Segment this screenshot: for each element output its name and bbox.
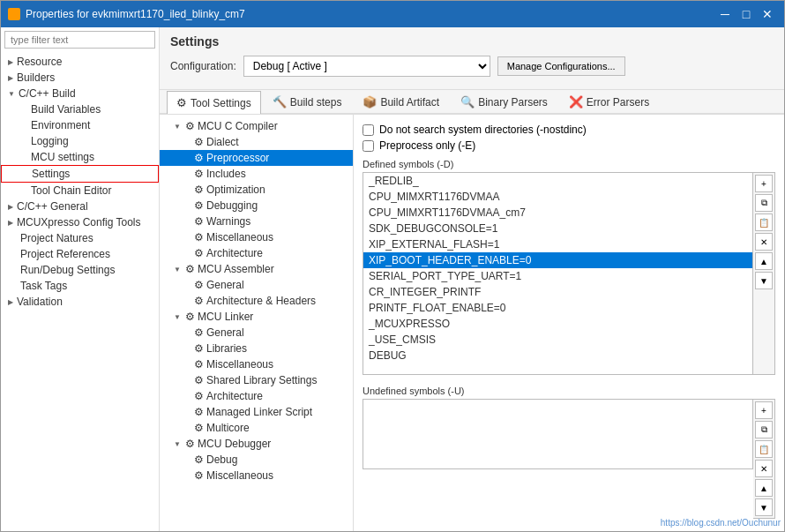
nav-item-label: Settings: [32, 168, 70, 180]
tree-item-debug[interactable]: ⚙Debug: [160, 452, 353, 468]
tree-item-optimization[interactable]: ⚙Optimization: [160, 182, 353, 198]
defined-symbol-item[interactable]: _MCUXPRESSO: [363, 316, 752, 332]
tree-item-asm-arch[interactable]: ⚙Architecture & Headers: [160, 293, 353, 309]
tree-item-debugging[interactable]: ⚙Debugging: [160, 198, 353, 214]
nav-item-label: Logging: [31, 135, 69, 147]
defined-symbol-item[interactable]: _USE_CMSIS: [363, 332, 752, 348]
sidebar-item-settings[interactable]: Settings: [1, 165, 159, 183]
sidebar-item-project-references[interactable]: Project References: [1, 246, 159, 262]
defined-symbol-item[interactable]: XIP_BOOT_HEADER_ENABLE=0: [363, 252, 752, 268]
nostdinc-label: Do not search system directories (-nostd…: [379, 124, 587, 136]
tree-item-dialect[interactable]: ⚙Dialect: [160, 134, 353, 150]
copy-undefined-symbol-button[interactable]: ⧉: [755, 421, 773, 438]
minimize-button[interactable]: ─: [715, 4, 735, 24]
sidebar-item-cpp-build[interactable]: ▼C/C++ Build: [1, 86, 159, 101]
movedown-defined-symbol-button[interactable]: ▼: [755, 272, 773, 289]
sidebar-item-validation[interactable]: ▶Validation: [1, 294, 159, 310]
preprocess-only-row: Preprocess only (-E): [363, 139, 775, 152]
defined-symbols-list[interactable]: _REDLIB_CPU_MIMXRT1176DVMAACPU_MIMXRT117…: [363, 172, 753, 375]
filter-input[interactable]: [4, 31, 155, 49]
defined-symbol-item[interactable]: SERIAL_PORT_TYPE_UART=1: [363, 268, 752, 284]
tree-item-libraries[interactable]: ⚙Libraries: [160, 341, 353, 356]
nav-item-label: Project Natures: [20, 232, 93, 244]
defined-symbol-item[interactable]: XIP_EXTERNAL_FLASH=1: [363, 236, 752, 252]
sidebar-item-project-natures[interactable]: Project Natures: [1, 230, 159, 246]
delete-defined-symbol-button[interactable]: ✕: [755, 233, 773, 251]
add-undefined-symbol-button[interactable]: +: [755, 401, 773, 419]
moveup-defined-symbol-button[interactable]: ▲: [755, 252, 773, 270]
tree-item-architecture[interactable]: ⚙Architecture: [160, 245, 353, 261]
tab-binary-parsers[interactable]: 🔍Binary Parsers: [451, 90, 557, 113]
sidebar-item-builders[interactable]: ▶Builders: [1, 70, 159, 86]
sidebar-item-run-debug[interactable]: Run/Debug Settings: [1, 262, 159, 278]
movedown-undefined-symbol-button[interactable]: ▼: [755, 498, 773, 516]
sidebar-item-tool-chain-editor[interactable]: Tool Chain Editor: [1, 183, 159, 199]
expand-arrow: ▶: [8, 203, 13, 211]
defined-symbol-item[interactable]: CPU_MIMXRT1176DVMAA: [363, 189, 752, 205]
sidebar-item-cpp-general[interactable]: ▶C/C++ General: [1, 199, 159, 214]
tree-item-miscellaneous[interactable]: ⚙Miscellaneous: [160, 229, 353, 245]
tab-build-steps[interactable]: 🔨Build steps: [263, 90, 352, 113]
sidebar-item-environment[interactable]: Environment: [1, 117, 159, 133]
tree-item-mcu-linker[interactable]: ▼⚙MCU Linker: [160, 309, 353, 325]
tree-item-asm-general[interactable]: ⚙General: [160, 277, 353, 293]
tree-item-preprocessor[interactable]: ⚙Preprocessor: [160, 150, 353, 166]
tab-label: Binary Parsers: [478, 96, 548, 109]
maximize-button[interactable]: □: [736, 4, 756, 24]
tab-build-artifact[interactable]: 📦Build Artifact: [353, 90, 449, 113]
close-button[interactable]: ✕: [758, 4, 777, 24]
tree-item-includes[interactable]: ⚙Includes: [160, 166, 353, 182]
defined-symbol-item[interactable]: SDK_DEBUGCONSOLE=1: [363, 221, 752, 236]
nav-item-label: Run/Debug Settings: [20, 264, 115, 276]
nostdinc-checkbox[interactable]: [363, 124, 374, 136]
moveup-undefined-symbol-button[interactable]: ▲: [755, 479, 773, 497]
defined-symbol-item[interactable]: CR_INTEGER_PRINTF: [363, 284, 752, 300]
tree-item-managed-linker[interactable]: ⚙Managed Linker Script: [160, 404, 353, 420]
tab-tool-settings[interactable]: ⚙Tool Settings: [167, 91, 261, 114]
expand-arrow: ▶: [8, 58, 13, 66]
undefined-symbols-list[interactable]: [363, 399, 753, 469]
tree-item-linker-arch[interactable]: ⚙Architecture: [160, 388, 353, 404]
tree-item-icon: ⚙: [194, 453, 204, 466]
paste-defined-symbol-button[interactable]: 📋: [755, 214, 773, 231]
add-defined-symbol-button[interactable]: +: [755, 175, 773, 192]
main-window: Properties for evkmimxrt1170_iled_blinky…: [0, 0, 785, 532]
expand-arrow: ▼: [8, 90, 15, 98]
tree-item-label: Multicore: [206, 422, 250, 434]
window-title: Properties for evkmimxrt1170_iled_blinky…: [26, 8, 245, 20]
sidebar-item-mcu-settings[interactable]: MCU settings: [1, 149, 159, 165]
tree-item-warnings[interactable]: ⚙Warnings: [160, 214, 353, 229]
nav-item-label: Environment: [31, 119, 90, 131]
tree-item-linker-general[interactable]: ⚙General: [160, 325, 353, 341]
nav-tree: ▶Resource▶Builders▼C/C++ BuildBuild Vari…: [1, 52, 159, 531]
tab-label: Build Artifact: [380, 96, 439, 109]
tree-item-multicore[interactable]: ⚙Multicore: [160, 420, 353, 436]
paste-undefined-symbol-button[interactable]: 📋: [755, 440, 773, 458]
sidebar-item-logging[interactable]: Logging: [1, 133, 159, 149]
sidebar-item-resource[interactable]: ▶Resource: [1, 54, 159, 70]
delete-undefined-symbol-button[interactable]: ✕: [755, 460, 773, 477]
sidebar-item-mcuxpresso[interactable]: ▶MCUXpresso Config Tools: [1, 214, 159, 230]
defined-symbol-item[interactable]: _REDLIB_: [363, 173, 752, 189]
tree-item-shared-lib[interactable]: ⚙Shared Library Settings: [160, 372, 353, 388]
preprocess-only-checkbox[interactable]: [363, 140, 374, 152]
tree-item-mcu-debugger[interactable]: ▼⚙MCU Debugger: [160, 436, 353, 452]
tree-item-linker-misc[interactable]: ⚙Miscellaneous: [160, 356, 353, 372]
manage-configurations-button[interactable]: Manage Configurations...: [497, 56, 625, 76]
defined-symbol-item[interactable]: CPU_MIMXRT1176DVMAA_cm7: [363, 205, 752, 221]
config-select[interactable]: Debug [ Active ]: [243, 56, 490, 77]
copy-defined-symbol-button[interactable]: ⧉: [755, 194, 773, 212]
sidebar: ▶Resource▶Builders▼C/C++ BuildBuild Vari…: [1, 27, 160, 531]
tree-item-mcu-assembler[interactable]: ▼⚙MCU Assembler: [160, 261, 353, 277]
defined-symbol-item[interactable]: PRINTF_FLOAT_ENABLE=0: [363, 300, 752, 316]
nostdinc-row: Do not search system directories (-nostd…: [363, 124, 775, 136]
defined-symbol-item[interactable]: DEBUG: [363, 348, 752, 363]
config-label: Configuration:: [170, 60, 236, 72]
undefined-symbols-toolbar: + ⧉ 📋 ✕ ▲ ▼: [753, 399, 775, 519]
tree-item-mcu-c-compiler[interactable]: ▼⚙MCU C Compiler: [160, 118, 353, 134]
sidebar-item-task-tags[interactable]: Task Tags: [1, 278, 159, 294]
tab-error-parsers[interactable]: ❌Error Parsers: [559, 90, 659, 113]
sidebar-item-build-variables[interactable]: Build Variables: [1, 101, 159, 117]
build-steps-tab-icon: 🔨: [273, 95, 287, 109]
tree-item-debugger-misc[interactable]: ⚙Miscellaneous: [160, 468, 353, 483]
